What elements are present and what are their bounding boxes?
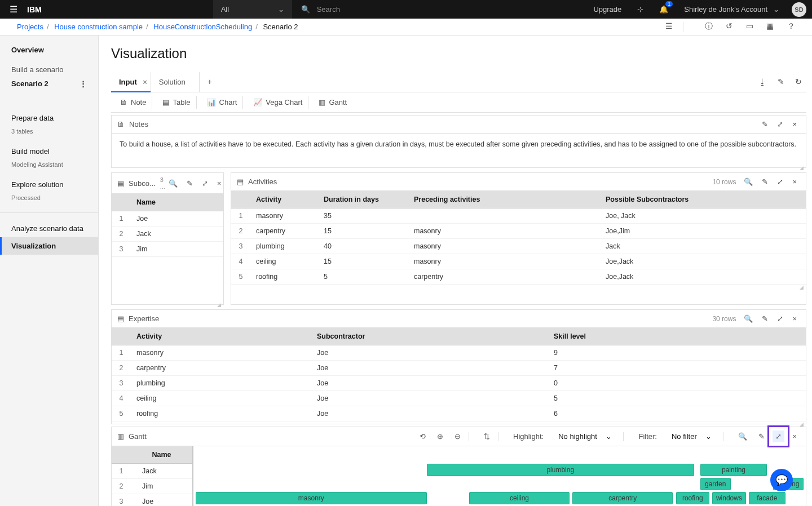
notes-body[interactable]: To build a house, a list of activities h… xyxy=(112,134,806,165)
table-row[interactable]: 3Jim xyxy=(112,242,223,257)
edit-icon[interactable]: ✎ xyxy=(755,431,768,442)
crumb-sample[interactable]: House construction sample xyxy=(54,23,143,31)
zoom-in-icon[interactable]: ⊕ xyxy=(434,431,447,442)
refresh-icon[interactable]: ↻ xyxy=(791,77,806,86)
gantt-bar[interactable]: facade xyxy=(749,492,785,504)
gantt-row[interactable]: 1Jack xyxy=(112,464,192,479)
close-icon[interactable]: × xyxy=(789,176,800,187)
help-icon[interactable]: ？ xyxy=(782,21,801,30)
add-chart-button[interactable]: 📊Chart xyxy=(201,96,244,109)
gantt-lane[interactable]: masonryceilingcarpentryroofingwindowsfac… xyxy=(196,492,804,505)
table-row[interactable]: 2carpentryJoe7 xyxy=(112,361,806,376)
table-row[interactable]: 1masonry35Joe, Jack xyxy=(231,208,806,224)
gantt-bar[interactable]: ceiling xyxy=(469,492,570,504)
crumb-scheduling[interactable]: HouseConstructionScheduling xyxy=(153,23,252,31)
col-subcontractors[interactable]: Possible Subcontractors xyxy=(600,191,806,208)
edit-icon[interactable]: ✎ xyxy=(183,178,196,189)
search-icon[interactable]: 🔍 xyxy=(735,431,751,442)
tab-solution[interactable]: Solution xyxy=(151,72,200,92)
history-icon[interactable]: ↺ xyxy=(720,21,738,30)
col-preceding[interactable]: Preceding activities xyxy=(408,191,600,208)
gantt-row[interactable]: 3Joe xyxy=(112,494,192,507)
tab-input[interactable]: Input × xyxy=(111,72,151,92)
col-activity[interactable]: Activity xyxy=(250,191,318,208)
table-row[interactable]: 2carpentry15masonryJoe,Jim xyxy=(231,224,806,239)
search-box[interactable]: 🔍 Search xyxy=(292,5,586,14)
edit-icon[interactable]: ✎ xyxy=(758,176,771,187)
fit-icon[interactable]: ⟲ xyxy=(416,431,429,442)
scope-dropdown[interactable]: All ⌄ xyxy=(213,0,292,19)
popout-icon[interactable]: ⤢ xyxy=(774,119,787,130)
gantt-bar[interactable]: garden xyxy=(700,478,731,490)
gantt-body[interactable]: Name 1Jack 2Jim 3Joe plumbingpaintinggar… xyxy=(112,446,806,506)
expertise-table[interactable]: Activity Subcontractor Skill level 1maso… xyxy=(112,328,806,421)
kebab-menu-icon[interactable]: ⋮ xyxy=(80,79,87,88)
assist-icon[interactable]: ⊹ xyxy=(629,0,651,19)
sort-icon[interactable]: ⇅ xyxy=(480,431,493,442)
table-row[interactable]: 3plumbingJoe0 xyxy=(112,376,806,391)
account-dropdown[interactable]: Shirley de Jonk's Account ⌄ xyxy=(676,0,787,19)
gantt-bar[interactable]: masonry xyxy=(196,492,427,504)
table-row[interactable]: 5roofingJoe6 xyxy=(112,406,806,421)
close-icon[interactable]: × xyxy=(789,431,800,442)
search-icon[interactable]: 🔍 xyxy=(740,176,756,187)
add-tab-button[interactable]: + xyxy=(200,72,226,92)
sidebar-build-scenario[interactable]: Build a scenario xyxy=(0,64,98,75)
sidebar-overview[interactable]: Overview xyxy=(0,41,98,64)
popout-icon[interactable]: ⤢ xyxy=(774,176,787,187)
download-icon[interactable]: ⭳ xyxy=(754,77,771,86)
gantt-bar[interactable]: painting xyxy=(700,464,767,476)
crumb-projects[interactable]: Projects xyxy=(17,23,43,31)
activities-table[interactable]: Activity Duration in days Preceding acti… xyxy=(231,191,806,285)
gantt-bar[interactable]: plumbing xyxy=(427,464,694,476)
add-table-button[interactable]: ▤Table xyxy=(157,96,196,109)
table-row[interactable]: 4ceilingJoe5 xyxy=(112,391,806,406)
table-row[interactable]: 5roofing5carpentryJoe,Jack xyxy=(231,269,806,285)
upgrade-link[interactable]: Upgrade xyxy=(585,0,629,19)
close-icon[interactable]: × xyxy=(214,178,225,189)
gantt-lane[interactable]: gardenmoving xyxy=(196,478,804,491)
add-gantt-button[interactable]: ▥Gantt xyxy=(313,96,352,109)
gantt-lane[interactable]: plumbingpainting xyxy=(196,464,804,477)
sidebar-analyze[interactable]: Analyze scenario data xyxy=(0,220,98,237)
search-icon[interactable]: 🔍 xyxy=(740,313,756,324)
edit-icon[interactable]: ✎ xyxy=(758,313,771,324)
resize-handle[interactable]: ◢ xyxy=(112,421,806,424)
table-row[interactable]: 2Jack xyxy=(112,227,223,242)
comment-icon[interactable]: ▭ xyxy=(740,21,759,30)
table-row[interactable]: 4ceiling15masonryJoe,Jack xyxy=(231,254,806,269)
chat-fab[interactable]: 💬 xyxy=(770,469,793,491)
col-subcontractor[interactable]: Subcontractor xyxy=(311,328,548,345)
popout-icon[interactable]: ⤢ xyxy=(773,430,784,442)
add-note-button[interactable]: 🗎Note xyxy=(114,96,152,109)
sidebar-visualization[interactable]: Visualization xyxy=(0,237,98,255)
gantt-bar[interactable]: carpentry xyxy=(572,492,673,504)
list-view-icon[interactable]: ☰ xyxy=(660,21,678,30)
info-icon[interactable]: ⓘ xyxy=(699,21,718,30)
col-activity[interactable]: Activity xyxy=(131,328,311,345)
popout-icon[interactable]: ⤢ xyxy=(774,313,787,324)
hamburger-menu-icon[interactable]: ☰ xyxy=(0,4,27,15)
gantt-bar[interactable]: roofing xyxy=(676,492,709,504)
avatar[interactable]: SD xyxy=(792,2,806,17)
col-name[interactable]: Name xyxy=(131,194,223,211)
resize-handle[interactable]: ◢ xyxy=(231,285,806,287)
notifications-icon[interactable]: 🔔1 xyxy=(651,0,676,19)
gantt-bar[interactable]: windows xyxy=(712,492,745,504)
filter-dropdown[interactable]: No filter ⌄ xyxy=(665,431,718,442)
sidebar-scenario-name[interactable]: Scenario 2 ⋮ xyxy=(0,75,98,92)
popout-icon[interactable]: ⤢ xyxy=(198,178,211,189)
edit-icon[interactable]: ✎ xyxy=(758,119,771,130)
gantt-col-name[interactable]: Name xyxy=(131,446,192,464)
close-tab-icon[interactable]: × xyxy=(143,78,147,86)
resize-handle[interactable]: ◢ xyxy=(112,302,223,304)
close-icon[interactable]: × xyxy=(789,313,800,324)
highlight-dropdown[interactable]: No highlight ⌄ xyxy=(551,431,619,442)
resize-handle[interactable]: ◢ xyxy=(112,165,806,167)
col-duration[interactable]: Duration in days xyxy=(318,191,408,208)
col-skill[interactable]: Skill level xyxy=(548,328,806,345)
edit-icon[interactable]: ✎ xyxy=(773,77,789,86)
gantt-row[interactable]: 2Jim xyxy=(112,479,192,494)
search-icon[interactable]: 🔍 xyxy=(165,178,181,189)
subcontractors-table[interactable]: Name 1Joe 2Jack 3Jim xyxy=(112,194,223,257)
